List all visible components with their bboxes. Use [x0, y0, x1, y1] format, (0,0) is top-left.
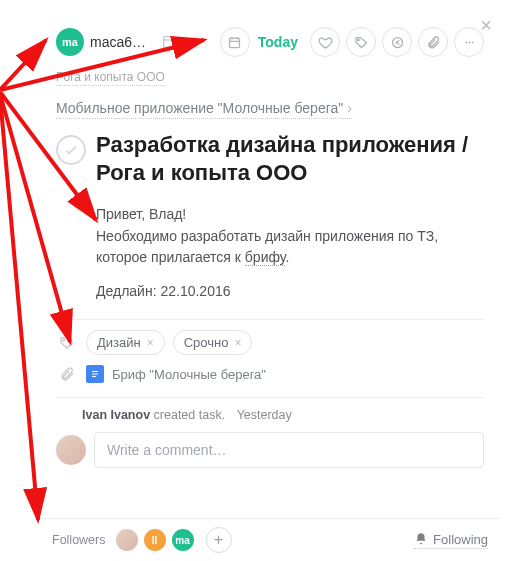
heart-icon[interactable]: [310, 27, 340, 57]
chevron-right-icon: ›: [347, 100, 352, 116]
divider: [56, 397, 484, 398]
tag-outline-icon: [56, 335, 78, 351]
attach-icon[interactable]: [418, 27, 448, 57]
task-description[interactable]: Привет, Влад! Необходимо разработать диз…: [96, 204, 484, 301]
svg-point-5: [465, 41, 467, 43]
svg-point-4: [392, 37, 402, 47]
doc-icon: [86, 365, 104, 383]
add-follower-button[interactable]: +: [206, 527, 232, 553]
deadline-line: Дедлайн: 22.10.2016: [96, 281, 484, 301]
svg-point-7: [471, 41, 473, 43]
activity-action: created task.: [154, 408, 226, 422]
svg-point-6: [468, 41, 470, 43]
date-label[interactable]: Today: [258, 34, 298, 50]
svg-rect-1: [195, 37, 206, 47]
share-icon[interactable]: [382, 27, 412, 57]
task-title[interactable]: Разработка дизайна приложения / Рога и к…: [96, 131, 484, 186]
desc-line: Необходимо разработать дизайн приложения…: [96, 226, 484, 267]
assignee-avatar[interactable]: ma: [56, 28, 84, 56]
divider: [56, 319, 484, 320]
svg-point-3: [357, 39, 359, 41]
current-user-avatar[interactable]: [56, 435, 86, 465]
tag-chip[interactable]: Срочно ×: [173, 330, 253, 355]
close-icon[interactable]: ×: [472, 10, 500, 41]
project-link[interactable]: Мобильное приложение "Молочные берега" ›: [56, 100, 352, 119]
svg-point-8: [63, 339, 65, 341]
complete-checkbox[interactable]: [56, 135, 86, 165]
activity-entry: Ivan Ivanov created task. Yesterday: [82, 408, 484, 422]
following-toggle[interactable]: Following: [414, 532, 488, 549]
tag-icon[interactable]: [346, 27, 376, 57]
bell-icon: [414, 532, 428, 546]
follower-avatar[interactable]: [114, 527, 140, 553]
activity-user[interactable]: Ivan Ivanov: [82, 408, 150, 422]
attachment-link[interactable]: Бриф "Молочные берега": [112, 367, 266, 382]
paperclip-icon: [56, 366, 78, 382]
tag-remove-icon[interactable]: ×: [147, 336, 154, 350]
tag-remove-icon[interactable]: ×: [234, 336, 241, 350]
assignee-name[interactable]: maca611…: [90, 34, 150, 50]
followers-label: Followers: [52, 533, 106, 547]
org-link[interactable]: Рога и копыта ООО: [56, 70, 165, 86]
tag-chip[interactable]: Дизайн ×: [86, 330, 165, 355]
calendar-dotted-icon[interactable]: [188, 29, 214, 55]
follower-avatar[interactable]: ma: [170, 527, 196, 553]
svg-line-13: [0, 96, 38, 520]
activity-time: Yesterday: [237, 408, 292, 422]
project-name: Мобильное приложение "Молочные берега": [56, 100, 343, 116]
project-icon[interactable]: [156, 29, 182, 55]
comment-input[interactable]: [94, 432, 484, 468]
svg-rect-0: [163, 37, 174, 48]
following-label: Following: [433, 532, 488, 547]
calendar-icon[interactable]: [220, 27, 250, 57]
tag-label: Дизайн: [97, 335, 141, 350]
follower-avatar[interactable]: II: [142, 527, 168, 553]
desc-line: Привет, Влад!: [96, 204, 484, 224]
svg-rect-2: [230, 38, 240, 47]
tag-label: Срочно: [184, 335, 229, 350]
